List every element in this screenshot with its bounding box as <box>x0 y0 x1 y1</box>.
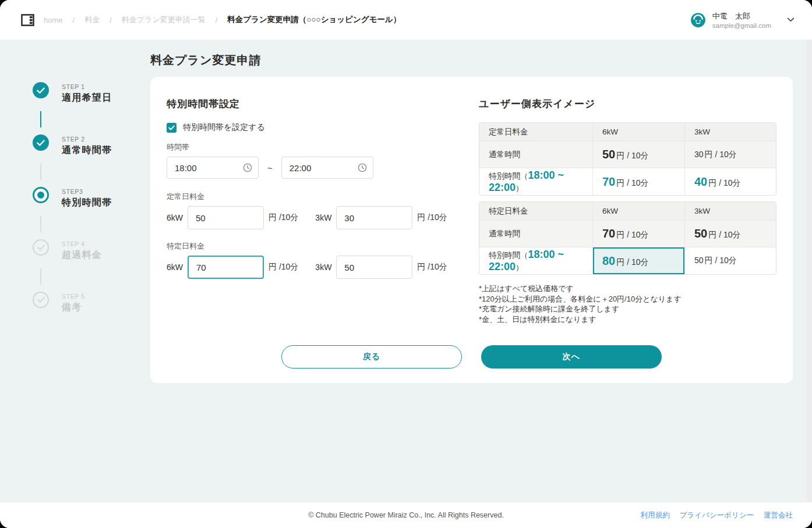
breadcrumb-separator: / <box>73 16 75 24</box>
special-3kw-input[interactable] <box>336 256 412 279</box>
step-label: STEP3 <box>62 188 112 195</box>
check-circle-outline-icon <box>33 292 49 308</box>
unit-label: 円 /10分 <box>417 262 447 272</box>
clock-icon[interactable] <box>358 163 367 172</box>
clock-icon[interactable] <box>243 163 252 172</box>
rate-cell: 50円 / 10分 <box>685 221 776 247</box>
step-title: 適用希望日 <box>62 92 112 104</box>
special-label-suffix: ） <box>516 184 524 193</box>
app-header: home / 料金 / 料金プラン変更申請一覧 / 料金プラン変更申請（○○○シ… <box>0 0 812 40</box>
kw6-label: 6kW <box>167 263 183 272</box>
main-content: 料金プラン変更申請 特別時間帯設定 特別時間帯を設定する 時間帯 <box>150 40 793 383</box>
operating-company-link[interactable]: 運営会社 <box>764 511 793 520</box>
time-from-wrap <box>167 157 259 179</box>
regular-3kw-input[interactable] <box>336 206 412 229</box>
step-text: STEP 2 通常時間帯 <box>62 134 112 157</box>
form-actions: 戻る 次へ <box>150 345 793 368</box>
app-logo-icon[interactable] <box>21 14 34 26</box>
stepper-step-3-current[interactable]: STEP3 特別時間帯 <box>33 187 150 209</box>
unit-label: 円 /10分 <box>417 212 447 223</box>
breadcrumb-ryokin[interactable]: 料金 <box>84 15 100 25</box>
regular-6kw-input[interactable] <box>188 206 264 229</box>
user-info: 中電 太郎 sample@gmail.com <box>712 11 771 29</box>
step-text: STEP 4 超過料金 <box>62 239 102 261</box>
footer-links: 利用規約 プライバシーポリシー 運営会社 <box>641 502 793 528</box>
stepper-connector <box>40 268 41 285</box>
rate-cell-highlighted: 80円 / 10分 <box>593 247 685 274</box>
row-label-cell: 特別時間（18:00 ~ 22:00） <box>479 168 593 195</box>
header-left: home / 料金 / 料金プラン変更申請一覧 / 料金プラン変更申請（○○○シ… <box>21 14 401 26</box>
special-time-settings-form: 特別時間帯設定 特別時間帯を設定する 時間帯 <box>167 91 479 324</box>
rate-unit: 円 / 10分 <box>708 230 740 239</box>
chevron-down-icon[interactable] <box>787 17 795 22</box>
table-header-cell: 6kW <box>593 123 685 141</box>
step-label: STEP 4 <box>62 240 102 247</box>
special-time-checkbox-row[interactable]: 特別時間帯を設定する <box>167 122 479 133</box>
rate-unit: 円 / 10分 <box>616 151 648 160</box>
special-day-preview-table-wrap: 特定日料金 6kW 3kW 通常時間 70円 / 10分 50円 / 10分 <box>479 201 776 275</box>
kw3-label: 3kW <box>315 263 331 272</box>
rate-cell: 50円 / 10分 <box>593 141 685 168</box>
breadcrumb-home[interactable]: home <box>44 16 63 24</box>
terms-link[interactable]: 利用規約 <box>641 511 670 520</box>
rate-cell: 30円 / 10分 <box>685 141 776 168</box>
rate-value: 30 <box>694 150 704 159</box>
table-row-normal-time: 通常時間 50円 / 10分 30円 / 10分 <box>479 141 776 168</box>
note-line: *120分以上ご利用の場合、各料金に＋20円/10分となります <box>479 294 776 304</box>
rate-unit: 円 / 10分 <box>705 256 737 265</box>
preview-section-title: ユーザー側表示イメージ <box>479 97 776 111</box>
rate-unit: 円 / 10分 <box>616 257 648 267</box>
stepper-step-4[interactable]: STEP 4 超過料金 <box>33 239 150 261</box>
time-range-row: ~ <box>167 157 479 179</box>
note-line: *充電ガン接続解除時に課金を終了します <box>479 304 776 314</box>
table-header-row: 定常日料金 6kW 3kW <box>479 123 776 141</box>
breadcrumb-plan-change-list[interactable]: 料金プラン変更申請一覧 <box>122 15 206 25</box>
breadcrumb: home / 料金 / 料金プラン変更申請一覧 / 料金プラン変更申請（○○○シ… <box>44 15 401 25</box>
rate-value: 80 <box>602 254 615 267</box>
check-circle-icon <box>33 134 49 151</box>
table-header-cell: 6kW <box>593 202 685 221</box>
copyright-text: © Chubu Electric Power Miraiz Co., Inc. … <box>308 502 504 528</box>
time-range-label: 時間帯 <box>167 142 479 153</box>
page-title: 料金プラン変更申請 <box>150 52 793 68</box>
step-text: STEP3 特別時間帯 <box>62 187 112 209</box>
check-circle-icon <box>33 82 49 98</box>
regular-day-preview-table: 定常日料金 6kW 3kW 通常時間 50円 / 10分 30円 / 10分 <box>479 123 776 195</box>
breadcrumb-separator: / <box>216 16 218 24</box>
back-button[interactable]: 戻る <box>281 345 462 368</box>
rate-cell: 70円 / 10分 <box>593 221 685 247</box>
stepper-sidebar: STEP 1 適用希望日 STEP 2 通常時間帯 STEP3 特別時間帯 <box>0 40 150 314</box>
special-6kw-input[interactable] <box>188 256 264 279</box>
special-label-suffix: ） <box>516 263 524 272</box>
next-button[interactable]: 次へ <box>481 345 662 368</box>
rate-unit: 円 / 10分 <box>616 230 648 239</box>
user-menu[interactable]: 中電 太郎 sample@gmail.com <box>690 11 795 29</box>
step-text: STEP 5 備考 <box>62 292 85 314</box>
rate-value: 70 <box>602 227 615 240</box>
step-label: STEP 2 <box>62 136 112 143</box>
stepper-step-5[interactable]: STEP 5 備考 <box>33 292 150 314</box>
scrollbar[interactable] <box>807 0 812 528</box>
pricing-notes: *上記はすべて税込価格です *120分以上ご利用の場合、各料金に＋20円/10分… <box>479 284 776 324</box>
stepper-step-1[interactable]: STEP 1 適用希望日 <box>33 82 150 104</box>
special-day-rate-label: 特定日料金 <box>167 241 479 251</box>
checkbox-checked-icon[interactable] <box>167 123 176 133</box>
radio-current-icon <box>33 187 49 203</box>
rate-unit: 円 / 10分 <box>708 178 740 187</box>
unit-label: 円 /10分 <box>269 262 298 272</box>
rate-unit: 円 / 10分 <box>616 178 648 187</box>
step-title: 通常時間帯 <box>62 144 112 157</box>
stepper-connector <box>40 111 41 127</box>
rate-cell: 50円 / 10分 <box>685 247 776 274</box>
avatar-icon <box>690 12 706 28</box>
check-circle-outline-icon <box>33 239 49 256</box>
step-label: STEP 5 <box>62 293 85 300</box>
form-section-title: 特別時間帯設定 <box>167 97 479 111</box>
special-day-preview-table: 特定日料金 6kW 3kW 通常時間 70円 / 10分 50円 / 10分 <box>479 202 776 274</box>
stepper-step-2[interactable]: STEP 2 通常時間帯 <box>33 134 150 157</box>
kw6-label: 6kW <box>167 213 183 222</box>
table-header-cell: 特定日料金 <box>479 202 593 221</box>
table-header-cell: 定常日料金 <box>479 123 593 141</box>
breadcrumb-current: 料金プラン変更申請（○○○ショッピングモール） <box>227 15 401 25</box>
privacy-policy-link[interactable]: プライバシーポリシー <box>680 511 754 520</box>
